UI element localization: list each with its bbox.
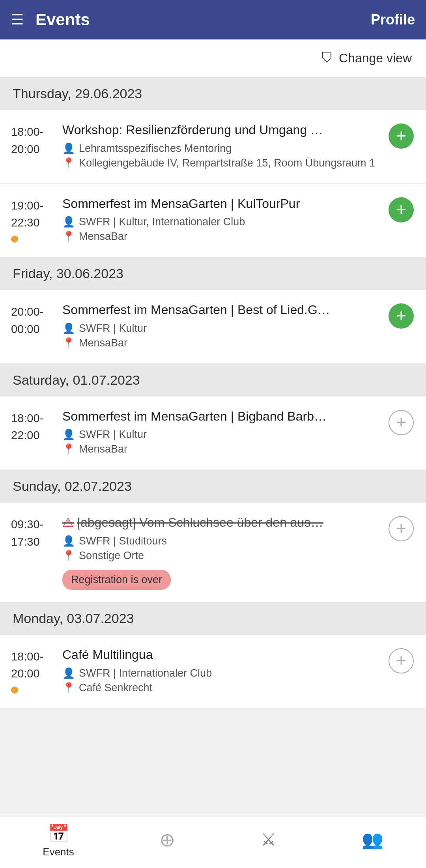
event-organizer: 👤SWFR | Kultur [62,322,379,335]
location-icon: 📍 [62,157,75,169]
toolbar: ⛉ Change view [0,39,426,77]
events-container: Thursday, 29.06.202318:00-20:00Workshop:… [0,77,426,709]
organizer-name: SWFR | Kultur [79,428,147,441]
nav-item-events[interactable]: 📅 Events [43,823,74,858]
add-event-button-outline[interactable] [389,648,414,673]
event-time: 18:00-20:00 [11,122,54,158]
person-icon: 👤 [62,216,75,228]
date-header: Sunday, 02.07.2023 [0,470,426,503]
food-nav-icon: ⚔ [261,829,276,849]
add-event-button-green[interactable] [389,123,414,149]
event-time: 09:30-17:30 [11,514,54,550]
location-name: Kollegiengebäude IV, Rempartstraße 15, R… [79,157,375,169]
event-item[interactable]: 09:30-17:30⚠[abgesagt] Vom Schluchsee üb… [0,503,426,602]
event-title: Sommerfest im MensaGarten | KulTourPur [62,196,379,212]
location-name: Café Senkrecht [79,682,152,694]
event-organizer: 👤Lehramtsspezifisches Mentoring [62,142,379,155]
event-item[interactable]: 20:00-00:00Sommerfest im MensaGarten | B… [0,290,426,364]
nav-item-food[interactable]: ⚔ [261,829,276,852]
page-title: Events [24,10,371,29]
location-name: MensaBar [79,230,127,243]
event-item[interactable]: 18:00-20:00Café Multilingua👤SWFR | Inter… [0,635,426,709]
event-location: 📍MensaBar [62,230,379,243]
location-name: Sonstige Orte [79,550,144,562]
event-title: Workshop: Resilienzförderung und Umgang … [62,122,379,138]
event-title: ⚠[abgesagt] Vom Schluchsee über den aus… [62,514,379,531]
time-end: 00:00 [11,323,40,335]
add-event-button-green[interactable] [389,303,414,329]
person-icon: 👤 [62,667,75,679]
app-header: ☰ Events Profile [0,0,426,39]
events-nav-icon: 📅 [48,823,69,844]
filter-icon: ⛉ [321,51,334,66]
add-event-button-green[interactable] [389,197,414,223]
event-time: 19:00-22:30 [11,196,54,232]
location-icon: 📍 [62,230,75,243]
bottom-navigation: 📅 Events ⊕ ⚔ 👥 [0,817,426,868]
event-details: Workshop: Resilienzförderung und Umgang … [62,122,379,172]
event-item[interactable]: 19:00-22:30Sommerfest im MensaGarten | K… [0,184,426,258]
event-action[interactable] [387,196,415,223]
date-header: Thursday, 29.06.2023 [0,77,426,110]
organizer-name: SWFR | Internationaler Club [79,667,212,679]
event-title: Sommerfest im MensaGarten | Bigband Barb… [62,408,379,425]
time-start: 09:30- [11,518,43,531]
event-location: 📍MensaBar [62,337,379,349]
registration-over-badge: Registration is over [62,570,171,590]
event-action[interactable] [387,302,415,329]
event-title: Sommerfest im MensaGarten | Best of Lied… [62,302,379,318]
date-header: Monday, 03.07.2023 [0,602,426,635]
event-location: 📍Sonstige Orte [62,550,379,562]
event-item[interactable]: 18:00-22:00Sommerfest im MensaGarten | B… [0,397,426,470]
event-location: 📍Kollegiengebäude IV, Rempartstraße 15, … [62,157,379,169]
nav-item-groups[interactable]: 👥 [362,829,383,852]
event-organizer: 👤SWFR | Studitours [62,535,379,547]
person-icon: 👤 [62,142,75,155]
add-event-button-outline[interactable] [389,516,414,541]
location-icon: 📍 [62,682,75,694]
event-item[interactable]: 18:00-20:00Workshop: Resilienzförderung … [0,110,426,184]
time-dot [11,236,18,243]
time-end: 22:30 [11,216,40,229]
event-organizer: 👤SWFR | Kultur, Internationaler Club [62,216,379,228]
organizer-name: Lehramtsspezifisches Mentoring [79,142,232,155]
warning-icon: ⚠ [62,515,74,529]
event-time: 18:00-22:00 [11,408,54,444]
time-dot [11,687,18,694]
event-details: ⚠[abgesagt] Vom Schluchsee über den aus…… [62,514,379,590]
event-details: Sommerfest im MensaGarten | KulTourPur👤S… [62,196,379,245]
change-view-label: Change view [339,51,412,65]
date-header: Saturday, 01.07.2023 [0,364,426,397]
event-action[interactable] [387,122,415,149]
event-time: 20:00-00:00 [11,302,54,338]
location-name: MensaBar [79,337,127,349]
time-start: 20:00- [11,305,43,318]
add-event-button-outline[interactable] [389,410,414,435]
time-start: 18:00- [11,650,43,663]
event-details: Sommerfest im MensaGarten | Bigband Barb… [62,408,379,458]
profile-button[interactable]: Profile [371,11,415,28]
person-icon: 👤 [62,322,75,335]
location-name: MensaBar [79,443,127,455]
event-details: Sommerfest im MensaGarten | Best of Lied… [62,302,379,352]
events-nav-label: Events [43,846,74,858]
time-end: 22:00 [11,429,40,441]
event-time: 18:00-20:00 [11,647,54,683]
time-start: 19:00- [11,199,43,212]
add-nav-icon: ⊕ [159,829,175,851]
event-organizer: 👤SWFR | Kultur [62,428,379,441]
location-icon: 📍 [62,337,75,349]
person-icon: 👤 [62,535,75,547]
time-start: 18:00- [11,125,43,138]
event-action[interactable] [387,408,415,435]
event-action[interactable] [387,647,415,673]
date-header: Friday, 30.06.2023 [0,257,426,290]
nav-item-add[interactable]: ⊕ [159,829,175,853]
person-icon: 👤 [62,428,75,441]
time-end: 20:00 [11,143,40,155]
event-title: Café Multilingua [62,647,379,663]
menu-icon[interactable]: ☰ [11,11,24,28]
change-view-button[interactable]: ⛉ Change view [321,51,412,66]
event-action[interactable] [387,514,415,541]
time-end: 17:30 [11,535,40,548]
